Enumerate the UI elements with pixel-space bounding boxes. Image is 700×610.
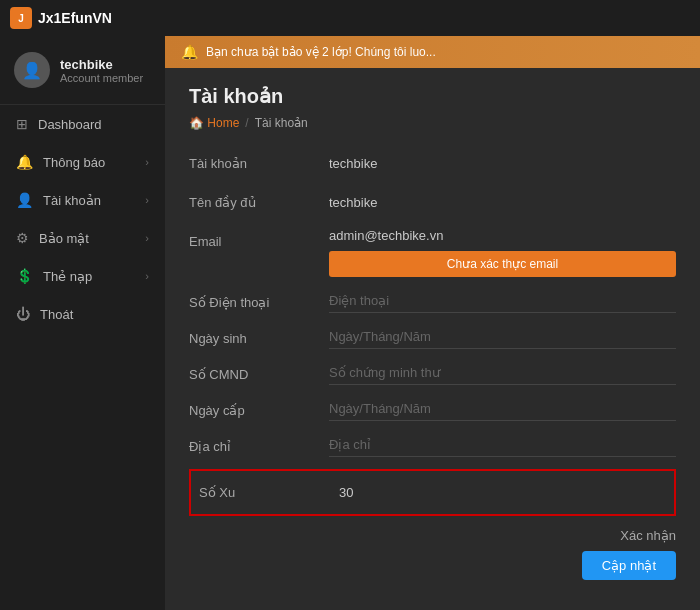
sidebar-label-baomatl: Bảo mật bbox=[39, 231, 89, 246]
sidebar-label-thoat: Thoát bbox=[40, 307, 73, 322]
form-row-diachi: Địa chỉ bbox=[189, 433, 676, 457]
value-socmnd bbox=[329, 361, 676, 385]
sidebar-item-thongbao[interactable]: 🔔 Thông báo › bbox=[0, 143, 165, 181]
logo-icon: J bbox=[10, 7, 32, 29]
label-email: Email bbox=[189, 228, 329, 249]
value-soxu: 30 bbox=[339, 479, 666, 506]
label-soxu: Số Xu bbox=[199, 479, 339, 500]
form-row-ngaycap: Ngày cấp bbox=[189, 397, 676, 421]
thoat-icon: ⏻ bbox=[16, 306, 30, 322]
page-title: Tài khoản bbox=[189, 84, 676, 108]
verify-email-button[interactable]: Chưa xác thực email bbox=[329, 251, 676, 277]
update-button[interactable]: Cập nhật bbox=[582, 551, 676, 580]
form-row-sodienthoai: Số Điện thoại bbox=[189, 289, 676, 313]
sidebar-item-thenap[interactable]: 💲 Thẻ nạp › bbox=[0, 257, 165, 295]
form-row-email: Email admin@techbike.vn Chưa xác thực em… bbox=[189, 228, 676, 277]
form-row-socmnd: Số CMND bbox=[189, 361, 676, 385]
form-row-ngaysinh: Ngày sinh bbox=[189, 325, 676, 349]
label-ngaysinh: Ngày sinh bbox=[189, 325, 329, 346]
thongbao-arrow-icon: › bbox=[145, 156, 149, 168]
thenap-arrow-icon: › bbox=[145, 270, 149, 282]
breadcrumb-home[interactable]: 🏠 Home bbox=[189, 116, 239, 130]
form-row-tendaydu: Tên đầy đủ techbike bbox=[189, 189, 676, 216]
label-socmnd: Số CMND bbox=[189, 361, 329, 382]
breadcrumb-current: Tài khoản bbox=[255, 116, 308, 130]
notification-text: Bạn chưa bật bảo vệ 2 lớp! Chúng tôi luo… bbox=[206, 45, 436, 59]
action-row: Xác nhận Cập nhật bbox=[189, 528, 676, 580]
input-socmnd[interactable] bbox=[329, 361, 676, 385]
sidebar-item-taikhoan[interactable]: 👤 Tài khoản › bbox=[0, 181, 165, 219]
user-role: Account member bbox=[60, 72, 143, 84]
content-area: Tài khoản 🏠 Home / Tài khoản Tài khoản t… bbox=[165, 68, 700, 610]
label-diachi: Địa chỉ bbox=[189, 433, 329, 454]
notification-bar: 🔔 Bạn chưa bật bảo vệ 2 lớp! Chúng tôi l… bbox=[165, 36, 700, 68]
thenap-icon: 💲 bbox=[16, 268, 33, 284]
baomatl-arrow-icon: › bbox=[145, 232, 149, 244]
baomatl-icon: ⚙ bbox=[16, 230, 29, 246]
input-ngaysinh[interactable] bbox=[329, 325, 676, 349]
value-tendaydu: techbike bbox=[329, 189, 676, 216]
value-email: admin@techbike.vn Chưa xác thực email bbox=[329, 228, 676, 277]
user-name: techbike bbox=[60, 57, 143, 72]
topbar: J Jx1EfunVN bbox=[0, 0, 700, 36]
sidebar-label-taikhoan: Tài khoản bbox=[43, 193, 101, 208]
breadcrumb-separator: / bbox=[245, 116, 248, 130]
label-ngaycap: Ngày cấp bbox=[189, 397, 329, 418]
input-sodienthoai[interactable] bbox=[329, 289, 676, 313]
notification-icon: 🔔 bbox=[181, 44, 198, 60]
app-name: Jx1EfunVN bbox=[38, 10, 112, 26]
sidebar-item-baomatl[interactable]: ⚙ Bảo mật › bbox=[0, 219, 165, 257]
value-sodienthoai bbox=[329, 289, 676, 313]
label-taikhoan: Tài khoản bbox=[189, 150, 329, 171]
sidebar-label-thongbao: Thông báo bbox=[43, 155, 105, 170]
sidebar-item-thoat[interactable]: ⏻ Thoát bbox=[0, 295, 165, 333]
value-ngaycap bbox=[329, 397, 676, 421]
sidebar-label-thenap: Thẻ nạp bbox=[43, 269, 92, 284]
form-row-taikhoan: Tài khoản techbike bbox=[189, 150, 676, 177]
form-row-soxu: Số Xu 30 bbox=[189, 469, 676, 516]
sidebar-item-dashboard[interactable]: ⊞ Dashboard bbox=[0, 105, 165, 143]
value-diachi bbox=[329, 433, 676, 457]
taikhoan-arrow-icon: › bbox=[145, 194, 149, 206]
breadcrumb: 🏠 Home / Tài khoản bbox=[189, 116, 676, 130]
sidebar: 👤 techbike Account member ⊞ Dashboard 🔔 … bbox=[0, 36, 165, 610]
avatar: 👤 bbox=[14, 52, 50, 88]
user-info: 👤 techbike Account member bbox=[0, 36, 165, 105]
input-ngaycap[interactable] bbox=[329, 397, 676, 421]
taikhoan-icon: 👤 bbox=[16, 192, 33, 208]
main-content: 🔔 Bạn chưa bật bảo vệ 2 lớp! Chúng tôi l… bbox=[165, 36, 700, 610]
label-sodienthoai: Số Điện thoại bbox=[189, 289, 329, 310]
thongbao-icon: 🔔 bbox=[16, 154, 33, 170]
dashboard-icon: ⊞ bbox=[16, 116, 28, 132]
value-taikhoan: techbike bbox=[329, 150, 676, 177]
app-logo: J Jx1EfunVN bbox=[10, 7, 112, 29]
value-ngaysinh bbox=[329, 325, 676, 349]
verify-label: Xác nhận bbox=[620, 528, 676, 543]
sidebar-label-dashboard: Dashboard bbox=[38, 117, 102, 132]
input-diachi[interactable] bbox=[329, 433, 676, 457]
email-value: admin@techbike.vn bbox=[329, 228, 676, 243]
label-tendaydu: Tên đầy đủ bbox=[189, 189, 329, 210]
